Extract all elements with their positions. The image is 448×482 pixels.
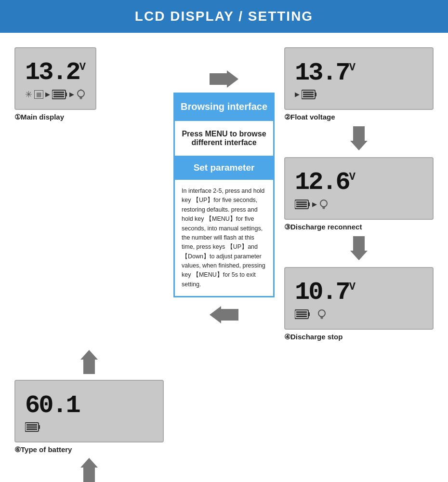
- center-arrow-right-icon: [210, 70, 238, 88]
- svg-rect-7: [80, 98, 82, 99]
- type-of-battery-panel: 60.1: [14, 380, 164, 442]
- svg-rect-38: [26, 426, 37, 428]
- center-arrow-left-icon: [210, 306, 238, 323]
- type-of-battery-label: ⑥Type of battery: [14, 445, 72, 454]
- left-arrow-up-1-icon: [80, 350, 98, 374]
- discharge-stop-panel: 10.7 V: [284, 267, 434, 330]
- discharge-reconnect-unit: V: [349, 172, 355, 183]
- set-parameter-info: In interface 2-5, press and hold key 【UP…: [182, 187, 265, 288]
- type-of-battery-value: 60.1: [25, 393, 79, 418]
- menu-text-label: Press MENU to browse different interface: [182, 130, 266, 147]
- svg-point-22: [320, 200, 327, 207]
- left-arrow-up-2-icon: [80, 458, 98, 482]
- svg-rect-12: [315, 93, 316, 96]
- bulb-icon-2: [319, 199, 329, 210]
- discharge-reconnect-icons: ▶: [295, 199, 329, 210]
- svg-rect-27: [308, 312, 310, 316]
- svg-marker-16: [350, 126, 368, 150]
- svg-rect-33: [321, 318, 323, 319]
- svg-rect-18: [308, 202, 310, 206]
- battery-icon-3: [295, 200, 310, 209]
- browsing-interface-box: Browsing interface: [173, 93, 275, 121]
- discharge-stop-label: ④Discharge stop: [284, 333, 343, 341]
- discharge-reconnect-panel: 12.6 V ▶: [284, 157, 434, 220]
- main-display-unit: V: [79, 62, 85, 73]
- svg-rect-36: [39, 425, 40, 429]
- bulb-icon-3: [317, 309, 327, 320]
- svg-marker-10: [210, 306, 238, 323]
- svg-rect-2: [53, 92, 64, 93]
- arrow-right-icon-2: ▶: [69, 91, 74, 98]
- float-voltage-icons: ▶: [295, 90, 317, 99]
- discharge-reconnect-value: 12.6: [295, 170, 349, 195]
- discharge-stop-value: 10.7: [295, 280, 349, 305]
- sun-icon: ✳: [25, 89, 32, 100]
- main-display-panel: 13.2 V ✳ ▦ ▶ ▶: [14, 47, 96, 110]
- discharge-stop-unit: V: [349, 282, 355, 293]
- battery-icon-4: [295, 309, 310, 319]
- float-voltage-value: 13.7: [295, 61, 349, 86]
- svg-rect-32: [320, 317, 323, 318]
- svg-rect-24: [323, 208, 325, 209]
- main-display-icons: ✳ ▦ ▶ ▶: [25, 89, 86, 100]
- main-display-label: ①Main display: [14, 113, 64, 121]
- menu-text-box: Press MENU to browse different interface: [173, 121, 275, 156]
- svg-marker-25: [350, 236, 368, 260]
- battery-icon-1: [52, 90, 67, 99]
- svg-point-31: [318, 310, 325, 317]
- float-voltage-unit: V: [349, 63, 355, 73]
- float-voltage-panel: 13.7 V ▶: [284, 47, 434, 110]
- arrow-right-icon-3: ▶: [295, 91, 300, 98]
- svg-rect-1: [66, 93, 67, 96]
- right-arrow-down-1-icon: [350, 126, 368, 150]
- discharge-reconnect-label: ③Discharge reconnect: [284, 223, 362, 231]
- right-arrow-down-2-icon: [350, 236, 368, 260]
- main-display-value: 13.2: [25, 60, 79, 85]
- set-parameter-info-box: In interface 2-5, press and hold key 【UP…: [173, 180, 275, 297]
- svg-point-5: [78, 90, 84, 97]
- browsing-interface-label: Browsing interface: [181, 101, 267, 112]
- discharge-stop-icons: [295, 309, 327, 320]
- svg-marker-34: [80, 350, 98, 374]
- svg-rect-14: [303, 94, 314, 95]
- header: LCD DISPLAY / SETTING: [0, 0, 448, 33]
- svg-marker-9: [210, 70, 238, 88]
- svg-rect-6: [79, 97, 82, 98]
- svg-rect-28: [296, 311, 307, 313]
- type-of-battery-icons: [25, 422, 40, 432]
- svg-rect-30: [296, 316, 307, 317]
- arrow-right-icon-1: ▶: [45, 91, 50, 98]
- svg-rect-3: [53, 94, 64, 95]
- header-title: LCD DISPLAY / SETTING: [135, 9, 313, 24]
- svg-rect-39: [26, 428, 37, 430]
- battery-icon-5: [25, 422, 40, 432]
- svg-rect-19: [296, 201, 307, 203]
- set-parameter-label: Set parameter: [194, 162, 255, 173]
- float-voltage-label: ②Float voltage: [284, 113, 335, 121]
- svg-rect-4: [53, 96, 64, 97]
- battery-icon-2: [302, 90, 317, 99]
- bulb-icon-1: [76, 89, 86, 100]
- svg-rect-23: [322, 207, 325, 208]
- set-parameter-box: Set parameter: [173, 156, 275, 180]
- svg-rect-13: [303, 92, 314, 93]
- svg-rect-15: [303, 96, 314, 97]
- svg-marker-40: [80, 458, 98, 482]
- svg-rect-21: [296, 206, 307, 207]
- svg-rect-37: [26, 424, 37, 426]
- svg-rect-29: [296, 313, 307, 315]
- solar-panel-icon: ▦: [34, 90, 43, 99]
- svg-rect-20: [296, 203, 307, 205]
- arrow-right-icon-4: ▶: [312, 201, 317, 208]
